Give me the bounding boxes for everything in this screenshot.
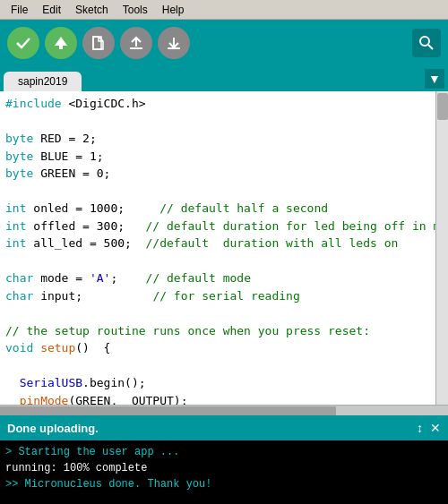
- svg-rect-1: [59, 46, 63, 49]
- upload-button[interactable]: [45, 27, 77, 59]
- tab-dropdown-button[interactable]: ▼: [425, 69, 444, 89]
- console-line-1: > Starting the user app ...: [5, 444, 443, 460]
- console-controls: ↕ ✕: [417, 421, 441, 435]
- code-scroll-thumb[interactable]: [437, 93, 448, 120]
- code-hscroll-thumb[interactable]: [0, 406, 336, 415]
- new-button[interactable]: [82, 27, 115, 59]
- svg-point-5: [420, 37, 429, 46]
- open-button[interactable]: [120, 27, 152, 59]
- console-title: Done uploading.: [7, 422, 99, 435]
- search-button[interactable]: [412, 29, 441, 57]
- console-autoscroll-button[interactable]: ↕: [417, 421, 423, 435]
- console-output: > Starting the user app ... running: 100…: [0, 440, 448, 504]
- menubar: File Edit Sketch Tools Help: [0, 0, 448, 20]
- console-clear-button[interactable]: ✕: [430, 421, 441, 435]
- menu-sketch[interactable]: Sketch: [68, 2, 116, 18]
- console-header: Done uploading. ↕ ✕: [0, 415, 448, 440]
- verify-button[interactable]: [7, 27, 39, 59]
- svg-line-6: [428, 45, 433, 49]
- code-vertical-scrollbar[interactable]: [435, 91, 448, 405]
- code-wrapper: #include <DigiCDC.h> byte RED = 2; byte …: [0, 91, 448, 405]
- menu-file[interactable]: File: [4, 2, 35, 18]
- console-line-3: >> Micronucleus done. Thank you!: [5, 476, 443, 492]
- save-button[interactable]: [158, 27, 190, 59]
- menu-tools[interactable]: Tools: [116, 2, 155, 18]
- code-horizontal-scrollbar[interactable]: [0, 405, 448, 415]
- menu-help[interactable]: Help: [155, 2, 192, 18]
- code-text: #include <DigiCDC.h> byte RED = 2; byte …: [5, 95, 430, 405]
- toolbar: [0, 20, 448, 66]
- code-editor[interactable]: #include <DigiCDC.h> byte RED = 2; byte …: [0, 91, 435, 405]
- menu-edit[interactable]: Edit: [35, 2, 68, 18]
- tabbar: sapin2019 ▼: [0, 66, 448, 91]
- console-line-2: running: 100% complete: [5, 460, 443, 476]
- svg-marker-0: [55, 37, 67, 46]
- tab-main[interactable]: sapin2019: [4, 72, 82, 91]
